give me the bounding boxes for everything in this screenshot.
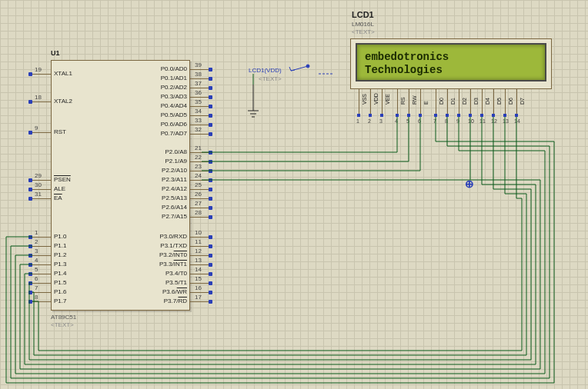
pin-terminal[interactable] xyxy=(209,254,212,258)
pin-line xyxy=(190,78,209,79)
pin-terminal[interactable] xyxy=(28,281,32,285)
pin-number: 31 xyxy=(35,191,42,198)
pin-number: 18 xyxy=(35,94,42,101)
pin-terminal[interactable] xyxy=(209,281,212,285)
pin-name: P1.3 xyxy=(54,261,66,268)
pin-terminal[interactable] xyxy=(28,72,32,76)
lcd-pin-terminal[interactable] xyxy=(396,114,399,117)
lcd-pin-terminal[interactable] xyxy=(480,114,483,117)
pin-terminal[interactable] xyxy=(209,235,212,239)
lcd-pin-terminal[interactable] xyxy=(515,114,518,117)
pin-terminal[interactable] xyxy=(28,188,32,191)
pin-terminal[interactable] xyxy=(209,291,212,294)
pin-line xyxy=(359,89,359,114)
pin-terminal[interactable] xyxy=(209,68,212,71)
pin-number: 27 xyxy=(195,200,202,207)
pin-number: 9 xyxy=(35,125,38,131)
pin-terminal[interactable] xyxy=(209,123,212,127)
pin-terminal[interactable] xyxy=(209,95,212,99)
pin-line xyxy=(190,264,209,265)
lcd-pin-terminal[interactable] xyxy=(419,114,422,117)
pin-number: 28 xyxy=(195,209,202,216)
pin-terminal[interactable] xyxy=(209,300,212,304)
lcd-line1: embedotronics xyxy=(365,51,537,64)
pin-terminal[interactable] xyxy=(209,86,212,90)
lcd-pin-terminal[interactable] xyxy=(457,114,460,117)
lcd-pin-terminal[interactable] xyxy=(357,114,360,117)
pin-terminal[interactable] xyxy=(28,178,32,182)
pin-line xyxy=(190,189,209,190)
pin-line xyxy=(190,292,209,293)
pin-terminal[interactable] xyxy=(209,105,212,108)
lcd-pin-number: 5 xyxy=(406,118,409,124)
pin-terminal[interactable] xyxy=(28,291,32,294)
pin-number: 4 xyxy=(35,257,38,264)
pin-line xyxy=(32,255,51,256)
pin-line xyxy=(190,106,209,107)
lcd-pin-terminal[interactable] xyxy=(446,114,449,117)
pin-line xyxy=(32,132,51,133)
pin-terminal[interactable] xyxy=(209,206,212,210)
pin-name: P0.2/AD2 xyxy=(161,84,187,91)
lcd-pin-terminal[interactable] xyxy=(407,114,410,117)
lcd-text: <TEXT> xyxy=(352,28,375,35)
lcd-pin-name: D4 xyxy=(485,98,490,105)
pin-terminal[interactable] xyxy=(209,263,212,267)
lcd-pin-terminal[interactable] xyxy=(380,114,383,117)
pin-name: P1.5 xyxy=(54,279,66,286)
pin-number: 39 xyxy=(195,62,202,68)
pin-terminal[interactable] xyxy=(28,100,32,104)
lcd-pin-name: VDD xyxy=(373,93,379,105)
pin-number: 8 xyxy=(35,294,38,301)
pin-terminal[interactable] xyxy=(28,272,32,276)
pin-line xyxy=(190,283,209,284)
pin-terminal[interactable] xyxy=(209,132,212,136)
pin-number: 5 xyxy=(35,266,38,273)
pin-terminal[interactable] xyxy=(28,254,32,258)
pin-number: 2 xyxy=(35,238,38,245)
lcd-pin-terminal[interactable] xyxy=(469,114,472,117)
ground-symbol xyxy=(248,85,259,117)
pin-terminal[interactable] xyxy=(209,77,212,81)
lcd-pin-terminal[interactable] xyxy=(369,114,372,117)
pin-terminal[interactable] xyxy=(28,197,32,201)
pin-line xyxy=(190,97,209,98)
pin-name: P1.4 xyxy=(54,270,66,277)
lcd-pin-terminal[interactable] xyxy=(434,114,437,117)
pin-terminal[interactable] xyxy=(28,300,32,304)
pin-terminal[interactable] xyxy=(28,263,32,267)
lcd-pin-name: RW xyxy=(412,95,417,105)
pin-line xyxy=(32,237,51,238)
pin-terminal[interactable] xyxy=(209,188,212,191)
pin-terminal[interactable] xyxy=(209,272,212,276)
pin-line xyxy=(459,89,459,114)
pin-name: P0.4/AD4 xyxy=(161,102,187,109)
pin-number: 17 xyxy=(195,294,202,301)
pin-terminal[interactable] xyxy=(209,151,212,155)
pin-terminal[interactable] xyxy=(209,215,212,219)
lcd-pin-terminal[interactable] xyxy=(492,114,495,117)
pin-line xyxy=(382,89,383,114)
lcd-pin-terminal[interactable] xyxy=(503,114,506,117)
pin-terminal[interactable] xyxy=(28,244,32,248)
pin-number: 13 xyxy=(195,257,202,264)
pin-number: 21 xyxy=(195,145,202,151)
pin-terminal[interactable] xyxy=(209,169,212,173)
pin-terminal[interactable] xyxy=(28,235,32,239)
pin-line xyxy=(190,180,209,181)
pin-terminal[interactable] xyxy=(209,244,212,248)
pin-name: P1.6 xyxy=(54,288,66,295)
pin-terminal[interactable] xyxy=(28,131,32,135)
pin-terminal[interactable] xyxy=(209,178,212,182)
pin-name: P2.6/A14 xyxy=(162,204,187,211)
lcd-pin-name: D6 xyxy=(508,98,513,105)
pin-name: RST xyxy=(54,128,66,135)
pin-name: P1.1 xyxy=(54,242,66,249)
pin-number: 37 xyxy=(195,80,202,87)
pin-name: P0.6/AD6 xyxy=(161,121,187,128)
pin-name: P3.1/TXD xyxy=(160,242,187,249)
pin-terminal[interactable] xyxy=(209,160,212,164)
svg-line-0 xyxy=(291,66,308,71)
pin-terminal[interactable] xyxy=(209,114,212,118)
pin-terminal[interactable] xyxy=(209,197,212,201)
